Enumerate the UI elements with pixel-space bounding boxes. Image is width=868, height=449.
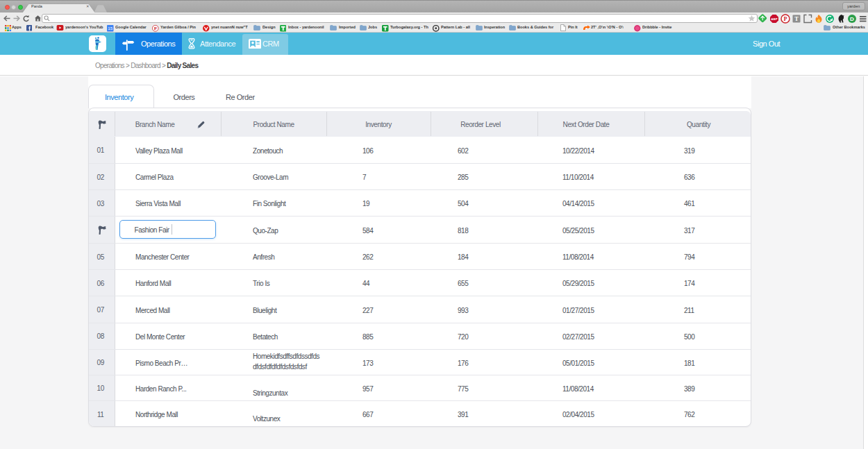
svg-text:T: T xyxy=(794,15,799,22)
svg-text:P: P xyxy=(154,26,157,31)
svg-text:15: 15 xyxy=(108,26,112,31)
svg-text:ABP: ABP xyxy=(771,17,777,20)
svg-text:P: P xyxy=(784,15,787,22)
svg-text:D: D xyxy=(850,15,854,22)
